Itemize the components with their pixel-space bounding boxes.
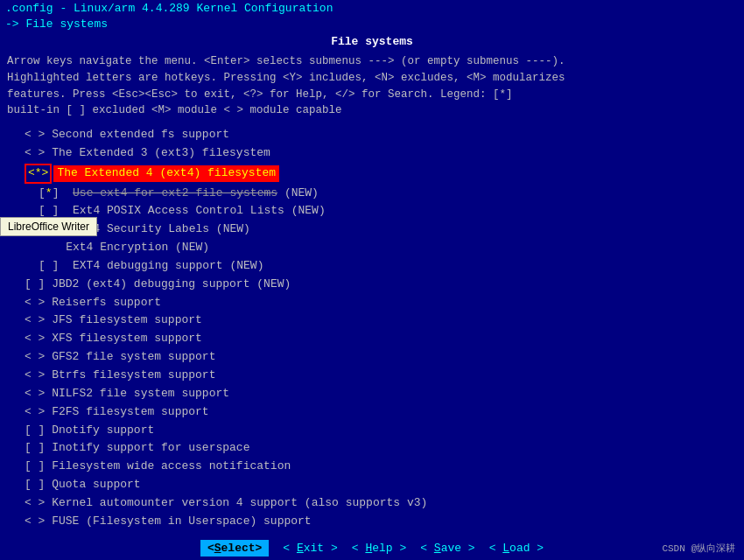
ext2-label: Second extended fs support [52,128,229,141]
help-button[interactable]: < Help > [352,542,406,555]
gfs2-label: GFS2 file system support [52,350,215,363]
ext4-acl-label: Ext4 POSIX Access Control Lists [73,204,284,217]
ext4-prefix: <*> [25,164,52,184]
jfs-label: JFS filesystem support [52,313,202,326]
legend-line: built-in [ ] excluded <M> module < > mod… [7,102,737,119]
menu-item-ext3[interactable]: < > The Extended 3 (ext3) filesystem [7,144,737,163]
menu-item-ext4-encrypt[interactable]: Ext4 Encryption (NEW) [7,239,737,257]
menu-title: File systems [7,35,737,48]
help-line-3: features. Press <Esc><Esc> to exit, <?> … [7,87,737,103]
title-bar: .config - Linux/arm 4.4.289 Kernel Confi… [0,0,744,17]
dnotify-label: Dnotify support [52,424,154,437]
terminal-window: .config - Linux/arm 4.4.289 Kernel Confi… [0,0,744,560]
menu-item-jbd2[interactable]: [ ] JBD2 (ext4) debugging support (NEW) [7,276,737,294]
menu-item-dnotify[interactable]: [ ] Dnotify support [7,422,737,440]
ext3-label: The Extended 3 (ext3) filesystem [52,146,270,159]
exit-button[interactable]: < Exit > [283,542,337,555]
quota-label: Quota support [52,478,140,491]
menu-item-f2fs[interactable]: < > F2FS filesystem support [7,403,737,422]
title-text: .config - Linux/arm 4.4.289 Kernel Confi… [5,2,333,15]
menu-item-gfs2[interactable]: < > GFS2 file system support [7,348,737,367]
btrfs-label: Btrfs filesystem support [52,368,215,382]
jbd2-label: JBD2 (ext4) debugging support [52,277,249,290]
ext4-encrypt-label: Ext4 Encryption [66,241,168,254]
breadcrumb: -> File systems [0,17,744,32]
bottom-bar: <Select> < Exit > < Help > < Save > < Lo… [0,535,744,560]
fuse-label: FUSE (Filesystem in Userspace) support [52,514,311,528]
automounter-label: Kernel automounter version 4 support (al… [52,496,427,509]
select-button[interactable]: <Select> [200,540,269,556]
menu-item-inotify[interactable]: [ ] Inotify support for userspace [7,439,737,458]
ext4-label: The Extended 4 (ext4) filesystem [53,165,279,182]
menu-item-ext2[interactable]: < > Second extended fs support [7,126,737,144]
libreoffice-tooltip: LibreOffice Writer [0,217,97,236]
main-content: File systems Arrow keys navigate the men… [0,32,744,535]
reiserfs-label: Reiserfs support [52,296,161,309]
fsnotify-label: Filesystem wide access notification [52,459,291,472]
f2fs-label: F2FS filesystem support [52,405,208,418]
help-line-2: Highlighted letters are hotkeys. Pressin… [7,70,737,87]
menu-item-ext4-debug[interactable]: [ ] EXT4 debugging support (NEW) [7,257,737,276]
menu-item-xfs[interactable]: < > XFS filesystem support [7,330,737,348]
breadcrumb-text: -> File systems [5,18,108,31]
menu-item-reiserfs[interactable]: < > Reiserfs support [7,294,737,312]
menu-list[interactable]: < > Second extended fs support < > The E… [7,126,737,531]
xfs-label: XFS filesystem support [52,332,202,345]
menu-item-ext4[interactable]: <*> The Extended 4 (ext4) filesystem [7,163,737,185]
menu-item-jfs[interactable]: < > JFS filesystem support [7,312,737,330]
inotify-label: Inotify support for userspace [52,441,249,454]
watermark: CSDN @纵向深耕 [662,542,735,555]
menu-item-quota[interactable]: [ ] Quota support [7,476,737,494]
menu-item-fsnotify[interactable]: [ ] Filesystem wide access notification [7,458,737,476]
menu-item-ext4-acl[interactable]: [ ] Ext4 POSIX Access Control Lists (NEW… [7,202,737,220]
menu-item-ext4-ext2[interactable]: [*] Use ext4 for ext2 file systems (NEW) [7,185,737,203]
menu-item-nilfs2[interactable]: < > NILFS2 file system support [7,385,737,403]
help-line-1: Arrow keys navigate the menu. <Enter> se… [7,53,737,70]
nilfs2-label: NILFS2 file system support [52,387,229,400]
load-button[interactable]: < Load > [489,542,544,555]
help-text: Arrow keys navigate the menu. <Enter> se… [7,53,737,119]
menu-item-ext4-security[interactable]: [ ] Ext4 Security Labels (NEW) [7,220,737,239]
menu-item-btrfs[interactable]: < > Btrfs filesystem support [7,367,737,385]
menu-item-automounter[interactable]: < > Kernel automounter version 4 support… [7,494,737,513]
ext4-debug-label: EXT4 debugging support [73,259,223,272]
save-button[interactable]: < Save > [420,542,474,555]
menu-item-fuse[interactable]: < > FUSE (Filesystem in Userspace) suppo… [7,513,737,531]
